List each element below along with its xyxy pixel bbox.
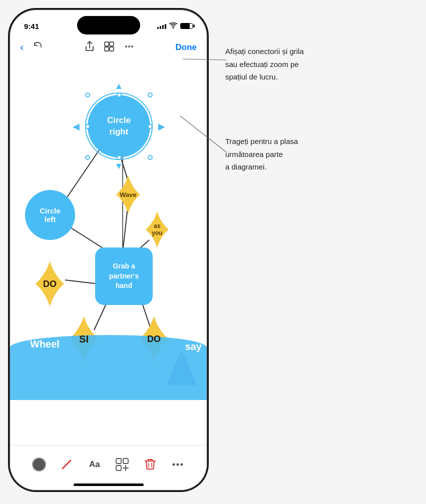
svg-point-7 xyxy=(131,46,133,48)
svg-point-5 xyxy=(125,46,127,48)
grid-icon[interactable] xyxy=(104,41,115,54)
circle-right-label: Circleright xyxy=(107,115,131,137)
handle-ml[interactable] xyxy=(85,124,90,129)
svg-rect-19 xyxy=(123,458,128,464)
svg-rect-3 xyxy=(105,47,109,51)
drag-arrow-top[interactable]: ▲ xyxy=(115,81,124,92)
svg-point-26 xyxy=(177,464,179,466)
shape-dot-button[interactable] xyxy=(28,454,50,476)
drag-arrow-right[interactable]: ▶ xyxy=(158,121,165,132)
triangle-decor xyxy=(167,350,197,385)
circle-left-label: Circleleft xyxy=(40,206,61,224)
done-button[interactable]: Done xyxy=(175,42,197,52)
bottom-tools: Aa xyxy=(10,446,207,484)
handle-mr[interactable] xyxy=(148,124,153,129)
slash-icon xyxy=(60,458,74,472)
handle-br[interactable] xyxy=(148,155,153,160)
signal-icon xyxy=(157,23,166,29)
font-label: Aa xyxy=(89,460,100,470)
svg-rect-2 xyxy=(110,42,114,46)
svg-rect-18 xyxy=(116,458,121,464)
do1-node[interactable]: DO xyxy=(26,260,74,308)
status-time: 9:41 xyxy=(24,22,39,30)
more-dots-icon xyxy=(171,458,184,471)
annotation-top-text: Afișați conectorii și grila sau efectuaț… xyxy=(225,45,365,84)
wave-node[interactable]: Wave xyxy=(108,174,149,215)
as-you-label: asyou xyxy=(152,222,162,236)
wave-label: Wave xyxy=(120,191,136,198)
handle-bl[interactable] xyxy=(85,155,90,160)
font-button[interactable]: Aa xyxy=(84,454,106,476)
do2-label: DO xyxy=(147,334,161,344)
as-you-node[interactable]: asyou xyxy=(138,210,177,249)
svg-rect-20 xyxy=(116,466,121,470)
wifi-icon xyxy=(169,22,177,30)
toolbar: ‹ xyxy=(10,35,207,60)
dot-icon xyxy=(32,458,46,472)
svg-line-17 xyxy=(63,460,71,468)
toolbar-left: ‹ xyxy=(20,41,44,54)
status-icons xyxy=(157,22,193,30)
delete-button[interactable] xyxy=(139,454,161,476)
circle-left-node[interactable]: Circleleft xyxy=(25,190,75,240)
do1-label: DO xyxy=(43,278,57,289)
handle-bm[interactable] xyxy=(117,155,122,160)
handle-tl[interactable] xyxy=(85,92,90,98)
trash-icon xyxy=(144,458,156,471)
bottom-bar: Aa xyxy=(10,445,207,490)
more-options-button[interactable] xyxy=(167,454,189,476)
annotation-middle: Trageți pentru a plasa următoarea parte … xyxy=(225,135,365,174)
share-icon[interactable] xyxy=(85,41,95,54)
battery-icon xyxy=(180,23,193,29)
svg-point-25 xyxy=(173,464,175,466)
si-label: SI xyxy=(79,333,89,344)
dynamic-island xyxy=(77,16,140,34)
annotation-middle-text: Trageți pentru a plasa următoarea parte … xyxy=(225,135,365,174)
add-shape-button[interactable] xyxy=(111,454,133,476)
toolbar-center xyxy=(85,41,135,54)
drag-arrow-bottom[interactable]: ▼ xyxy=(115,161,124,172)
back-button[interactable]: ‹ xyxy=(20,41,24,54)
svg-point-27 xyxy=(181,464,183,466)
wheel-text: Wheel xyxy=(30,338,60,350)
phone-frame: 9:41 ‹ xyxy=(10,10,207,490)
svg-point-6 xyxy=(128,46,130,48)
undo-button[interactable] xyxy=(33,41,44,54)
handle-tr[interactable] xyxy=(148,92,153,98)
annotation-top: Afișați conectorii și grila sau efectuaț… xyxy=(225,45,365,84)
more-icon[interactable] xyxy=(124,41,135,54)
home-indicator xyxy=(74,484,144,486)
svg-rect-4 xyxy=(110,47,114,51)
circle-right-node[interactable]: Circleright ▲ ▼ ◀ ▶ xyxy=(88,95,150,158)
add-shape-icon xyxy=(116,458,129,471)
drag-arrow-left[interactable]: ◀ xyxy=(73,121,80,132)
svg-point-0 xyxy=(173,27,174,28)
canvas-area[interactable]: Circleright ▲ ▼ ◀ ▶ Circleleft xyxy=(10,60,207,400)
grab-node[interactable]: Grab apartner'shand xyxy=(95,248,153,305)
svg-rect-1 xyxy=(105,42,109,46)
line-tool-button[interactable] xyxy=(56,454,78,476)
say-text: say xyxy=(185,341,202,352)
grab-label: Grab apartner'shand xyxy=(109,262,139,291)
handle-tm[interactable] xyxy=(117,92,122,98)
